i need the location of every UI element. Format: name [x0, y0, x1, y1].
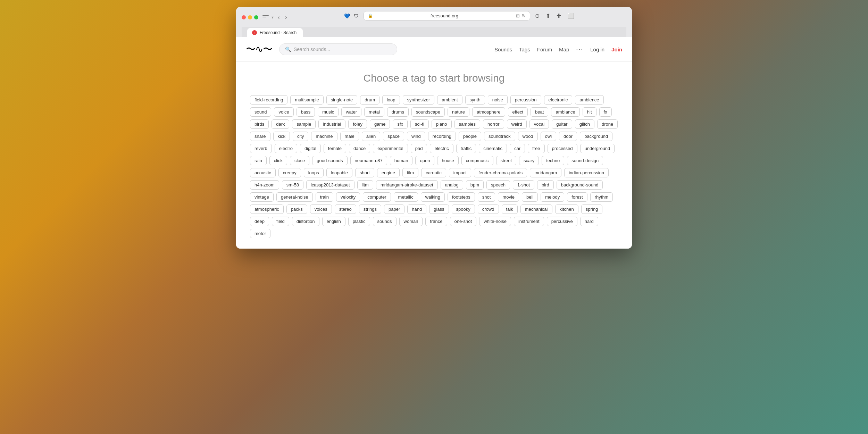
- tag-pill[interactable]: acoustic: [250, 168, 276, 177]
- tag-pill[interactable]: atmospheric: [250, 205, 284, 214]
- tag-pill[interactable]: shot: [478, 192, 495, 202]
- tag-pill[interactable]: dance: [349, 144, 370, 153]
- tag-pill[interactable]: drums: [387, 107, 409, 117]
- tag-pill[interactable]: percussion: [510, 95, 541, 105]
- tag-pill[interactable]: sounds: [373, 217, 397, 226]
- tag-pill[interactable]: background-sound: [557, 180, 603, 190]
- tag-pill[interactable]: percussive: [547, 217, 577, 226]
- tag-pill[interactable]: people: [459, 132, 481, 141]
- extension-icon-1[interactable]: 💙: [344, 13, 350, 19]
- tag-pill[interactable]: walking: [421, 192, 445, 202]
- tag-pill[interactable]: computer: [363, 192, 391, 202]
- tag-pill[interactable]: stereo: [335, 205, 356, 214]
- tag-pill[interactable]: metallic: [394, 192, 418, 202]
- tag-pill[interactable]: car: [510, 144, 525, 153]
- tag-pill[interactable]: scary: [519, 156, 539, 165]
- extension-icon-2[interactable]: 🛡: [353, 13, 359, 19]
- tag-pill[interactable]: rain: [250, 156, 267, 165]
- tag-pill[interactable]: samples: [454, 119, 480, 129]
- tag-pill[interactable]: deep: [250, 217, 269, 226]
- tag-pill[interactable]: white-noise: [479, 217, 511, 226]
- tag-pill[interactable]: hard: [580, 217, 598, 226]
- new-tab-button[interactable]: ✚: [556, 12, 562, 20]
- tag-pill[interactable]: soundtrack: [484, 132, 515, 141]
- tag-pill[interactable]: music: [318, 107, 339, 117]
- tag-pill[interactable]: footsteps: [448, 192, 475, 202]
- tag-pill[interactable]: drone: [597, 119, 618, 129]
- tag-pill[interactable]: female: [324, 144, 346, 153]
- tag-pill[interactable]: ambience: [575, 95, 603, 105]
- tag-pill[interactable]: water: [341, 107, 361, 117]
- tag-pill[interactable]: effect: [508, 107, 528, 117]
- tag-pill[interactable]: nature: [448, 107, 469, 117]
- tag-pill[interactable]: strings: [359, 205, 381, 214]
- tag-pill[interactable]: english: [322, 217, 345, 226]
- tag-pill[interactable]: velocity: [336, 192, 360, 202]
- tag-pill[interactable]: melody: [541, 192, 564, 202]
- tag-pill[interactable]: drum: [360, 95, 379, 105]
- tag-pill[interactable]: loops: [304, 168, 324, 177]
- tag-pill[interactable]: forest: [567, 192, 587, 202]
- tag-pill[interactable]: hand: [407, 205, 426, 214]
- tag-pill[interactable]: bell: [522, 192, 538, 202]
- tag-pill[interactable]: electronic: [544, 95, 573, 105]
- tag-pill[interactable]: street: [496, 156, 517, 165]
- tag-pill[interactable]: train: [316, 192, 333, 202]
- tag-pill[interactable]: open: [415, 156, 434, 165]
- tag-pill[interactable]: electric: [430, 144, 453, 153]
- tag-pill[interactable]: field-recording: [250, 95, 287, 105]
- tag-pill[interactable]: single-note: [326, 95, 358, 105]
- tag-pill[interactable]: loopable: [326, 168, 352, 177]
- tag-pill[interactable]: mridangam-stroke-dataset: [376, 180, 438, 190]
- tag-pill[interactable]: dark: [272, 119, 289, 129]
- tag-pill[interactable]: snare: [250, 132, 270, 141]
- minimize-traffic-light[interactable]: [248, 15, 252, 19]
- tag-pill[interactable]: short: [355, 168, 374, 177]
- tag-pill[interactable]: neumann-u87: [350, 156, 387, 165]
- search-bar[interactable]: 🔍 Search sounds...: [279, 43, 397, 55]
- tag-pill[interactable]: wind: [407, 132, 425, 141]
- refresh-icon[interactable]: ↻: [522, 13, 526, 18]
- address-bar[interactable]: 🔒 freesound.org ⊞ ↻: [364, 11, 530, 20]
- tag-pill[interactable]: sample: [292, 119, 316, 129]
- tag-pill[interactable]: machine: [311, 132, 337, 141]
- tag-pill[interactable]: human: [390, 156, 413, 165]
- site-logo[interactable]: 〜∿〜: [246, 43, 272, 56]
- tag-pill[interactable]: engine: [377, 168, 400, 177]
- nav-more-button[interactable]: ···: [576, 46, 583, 53]
- tag-pill[interactable]: city: [293, 132, 309, 141]
- tag-pill[interactable]: crowd: [478, 205, 499, 214]
- tag-pill[interactable]: recording: [428, 132, 456, 141]
- tag-pill[interactable]: underground: [580, 144, 615, 153]
- tag-pill[interactable]: ambiance: [551, 107, 579, 117]
- tag-pill[interactable]: vocal: [529, 119, 549, 129]
- sidebar-toggle-button[interactable]: [262, 15, 269, 20]
- tag-pill[interactable]: hit: [583, 107, 596, 117]
- tag-pill[interactable]: noise: [488, 95, 508, 105]
- tag-pill[interactable]: icassp2013-dataset: [306, 180, 354, 190]
- tag-pill[interactable]: foley: [348, 119, 367, 129]
- tag-pill[interactable]: sci-fi: [410, 119, 429, 129]
- tag-pill[interactable]: space: [383, 132, 404, 141]
- tag-pill[interactable]: synth: [465, 95, 485, 105]
- tag-pill[interactable]: traffic: [456, 144, 476, 153]
- tag-pill[interactable]: free: [528, 144, 544, 153]
- tag-pill[interactable]: spooky: [452, 205, 475, 214]
- back-button[interactable]: ‹: [276, 14, 281, 21]
- tag-pill[interactable]: sound: [250, 107, 271, 117]
- join-button[interactable]: Join: [611, 47, 622, 52]
- tag-pill[interactable]: synthesizer: [403, 95, 435, 105]
- tag-pill[interactable]: good-sounds: [312, 156, 347, 165]
- tag-pill[interactable]: analog: [441, 180, 463, 190]
- tag-pill[interactable]: sfx: [393, 119, 408, 129]
- tag-pill[interactable]: loop: [382, 95, 400, 105]
- tag-pill[interactable]: spring: [581, 205, 602, 214]
- tag-pill[interactable]: background: [580, 132, 612, 141]
- tabs-button[interactable]: ⬜: [567, 12, 575, 20]
- tag-pill[interactable]: reverb: [250, 144, 272, 153]
- tag-pill[interactable]: processed: [548, 144, 577, 153]
- tag-pill[interactable]: birds: [250, 119, 269, 129]
- tag-pill[interactable]: soundscape: [411, 107, 445, 117]
- tag-pill[interactable]: mridangam: [530, 168, 561, 177]
- tag-pill[interactable]: atmosphere: [472, 107, 505, 117]
